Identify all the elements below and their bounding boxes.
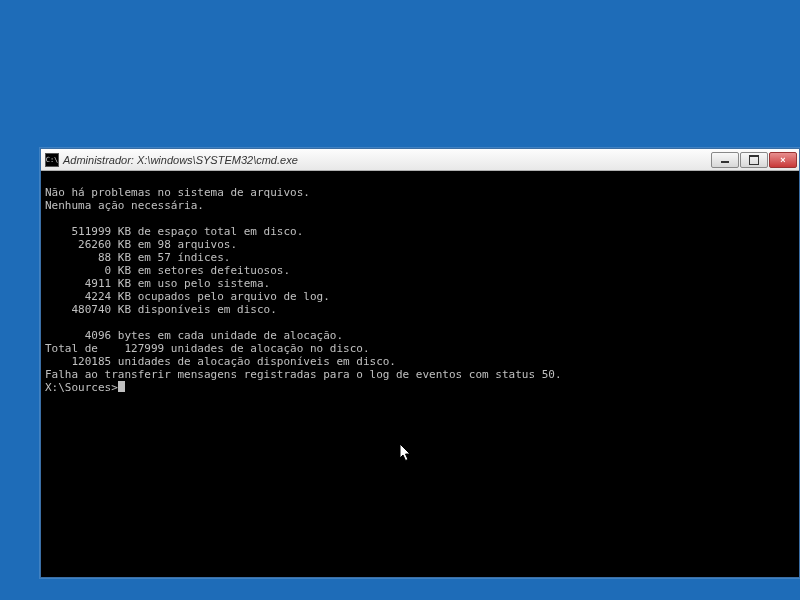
prompt-text: X:\Sources> [45,381,118,394]
window-controls: × [710,152,797,168]
close-button[interactable]: × [769,152,797,168]
cmd-icon: C:\ [45,153,59,167]
titlebar[interactable]: C:\ Administrador: X:\windows\SYSTEM32\c… [41,149,799,171]
terminal-output[interactable]: Não há problemas no sistema de arquivos.… [41,171,799,577]
close-icon: × [780,155,785,165]
cmd-window: C:\ Administrador: X:\windows\SYSTEM32\c… [40,148,800,578]
terminal-lines: Não há problemas no sistema de arquivos.… [45,173,795,381]
window-title: Administrador: X:\windows\SYSTEM32\cmd.e… [63,154,710,166]
cursor [118,381,125,392]
prompt-line: X:\Sources> [45,381,795,394]
minimize-button[interactable] [711,152,739,168]
maximize-button[interactable] [740,152,768,168]
